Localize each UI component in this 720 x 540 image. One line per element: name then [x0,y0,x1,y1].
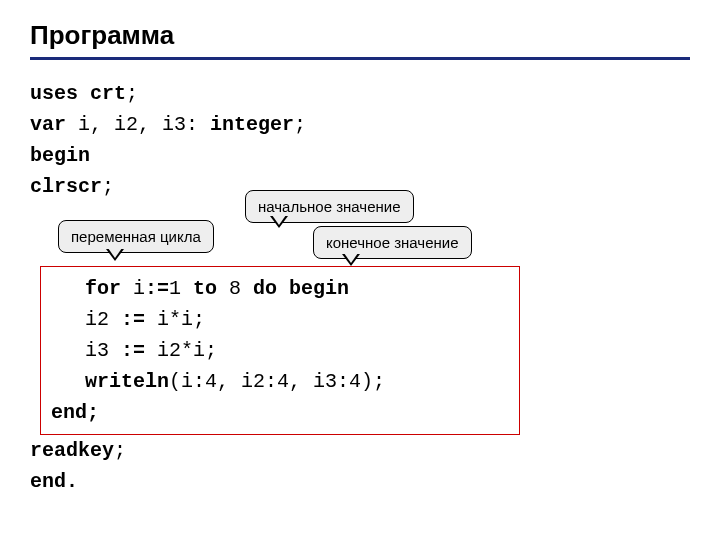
code-text: ; [126,82,138,105]
code-text: readkey [30,439,114,462]
code-line: i2 := i*i; [51,304,509,335]
callout-end-value: конечное значение [313,226,472,259]
code-text: integer [210,113,294,136]
code-text: i3 [85,339,121,362]
code-text: 1 [169,277,193,300]
code-text: writeln [85,370,169,393]
callout-tail [106,249,124,261]
code-line: writeln(i:4, i2:4, i3:4); [51,366,509,397]
code-line: i3 := i2*i; [51,335,509,366]
code-line: end; [51,397,509,428]
code-text: := [121,339,145,362]
callout-tail [270,216,288,228]
code-line: var i, i2, i3: integer; [30,109,690,140]
slide-title: Программа [30,20,690,51]
code-text: var [30,113,66,136]
code-text: (i:4, i2:4, i3:4); [169,370,385,393]
code-text: i [121,277,145,300]
code-text: uses crt [30,82,126,105]
code-line: end. [30,466,690,497]
callout-group: переменная цикла начальное значение коне… [30,192,690,264]
code-text: i, i2, i3: [66,113,210,136]
code-text: do begin [253,277,349,300]
highlighted-code-box: for i:=1 to 8 do begin i2 := i*i; i3 := … [40,266,520,435]
code-text: i2 [85,308,121,331]
title-underline [30,57,690,60]
code-text: ; [294,113,306,136]
code-text: ; [114,439,126,462]
callout-loop-variable: переменная цикла [58,220,214,253]
code-line: begin [30,140,690,171]
code-text: to [193,277,217,300]
code-text: for [85,277,121,300]
code-line: uses crt; [30,78,690,109]
code-block: uses crt; var i, i2, i3: integer; begin … [30,78,690,497]
code-text: := [121,308,145,331]
code-text: 8 [217,277,253,300]
code-text: i*i; [145,308,205,331]
code-line: readkey; [30,435,690,466]
code-text: := [145,277,169,300]
callout-tail [342,254,360,266]
code-text: i2*i; [145,339,217,362]
code-line: for i:=1 to 8 do begin [51,273,509,304]
